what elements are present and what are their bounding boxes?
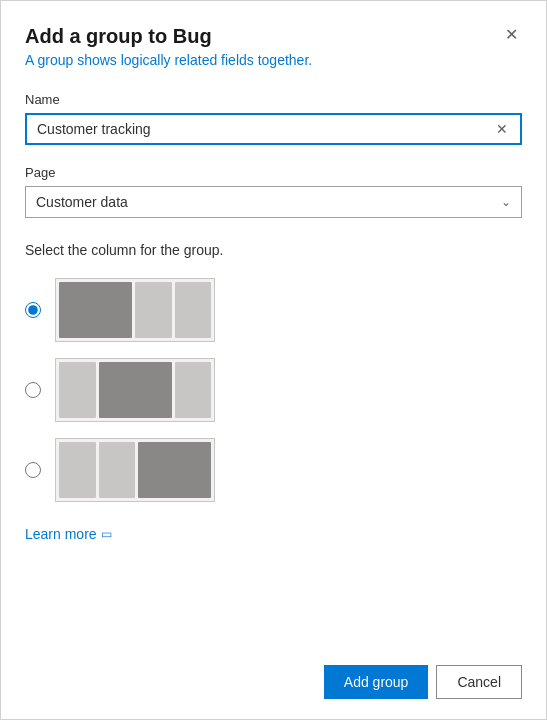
- layout-col-3: [175, 282, 212, 338]
- layout-col-3: [175, 362, 212, 418]
- close-button[interactable]: ✕: [501, 25, 522, 45]
- dialog-container: Add a group to Bug ✕ A group shows logic…: [0, 0, 547, 720]
- name-clear-button[interactable]: ✕: [494, 122, 510, 136]
- layout-col-2: [99, 362, 172, 418]
- name-label: Name: [25, 92, 522, 107]
- column-option-middle[interactable]: [25, 358, 522, 422]
- name-input[interactable]: [37, 121, 494, 137]
- column-option-left[interactable]: [25, 278, 522, 342]
- layout-col-1: [59, 282, 132, 338]
- layout-col-2: [99, 442, 136, 498]
- layout-preview-right: [55, 438, 215, 502]
- chevron-down-icon: ⌄: [501, 195, 511, 209]
- layout-preview-left: [55, 278, 215, 342]
- dialog-footer: Add group Cancel: [25, 649, 522, 699]
- column-radio-middle[interactable]: [25, 382, 41, 398]
- dialog-title: Add a group to Bug: [25, 25, 212, 48]
- learn-more-text: Learn more: [25, 526, 97, 542]
- column-options: [25, 278, 522, 502]
- add-group-button[interactable]: Add group: [324, 665, 429, 699]
- page-select-value: Customer data: [36, 194, 501, 210]
- layout-col-1: [59, 362, 96, 418]
- layout-col-1: [59, 442, 96, 498]
- layout-col-2: [135, 282, 172, 338]
- page-select[interactable]: Customer data ⌄: [25, 186, 522, 218]
- column-option-right[interactable]: [25, 438, 522, 502]
- column-section-label: Select the column for the group.: [25, 242, 522, 258]
- dialog-subtitle: A group shows logically related fields t…: [25, 52, 522, 68]
- cancel-button[interactable]: Cancel: [436, 665, 522, 699]
- dialog-header: Add a group to Bug ✕: [25, 25, 522, 48]
- external-link-icon: ▭: [101, 527, 112, 541]
- column-radio-left[interactable]: [25, 302, 41, 318]
- column-radio-right[interactable]: [25, 462, 41, 478]
- learn-more-link[interactable]: Learn more ▭: [25, 526, 522, 542]
- name-input-wrapper: ✕: [25, 113, 522, 145]
- layout-col-3: [138, 442, 211, 498]
- page-label: Page: [25, 165, 522, 180]
- layout-preview-middle: [55, 358, 215, 422]
